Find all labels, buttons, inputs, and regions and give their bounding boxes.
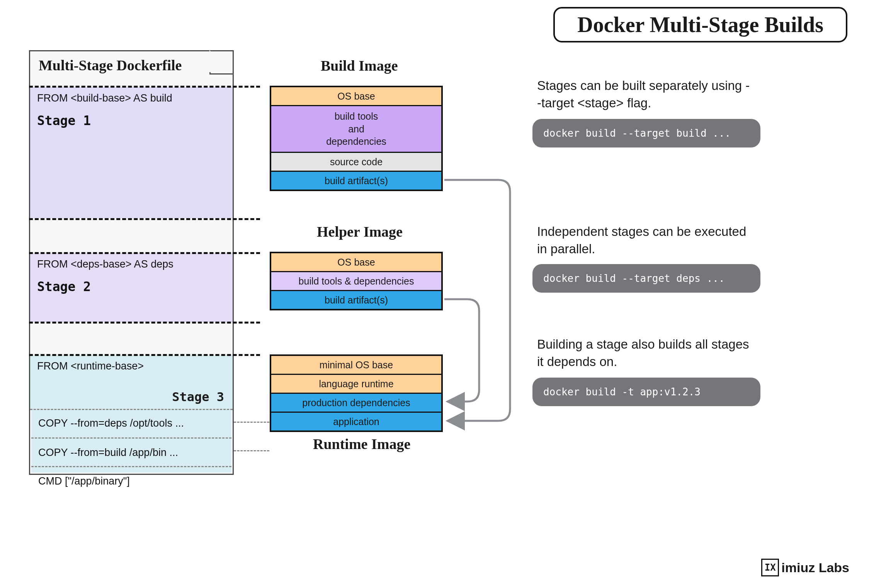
runtime-layer-deps: production dependencies bbox=[271, 393, 441, 412]
build-layer-src: source code bbox=[271, 152, 441, 171]
build-layer-os: OS base bbox=[271, 87, 441, 105]
dash-stage1-top bbox=[29, 86, 260, 88]
stage-3-label: Stage 3 bbox=[172, 390, 224, 404]
brand-logo: IX imiuz Labs bbox=[761, 559, 849, 576]
dash-stage2-top bbox=[29, 252, 260, 254]
runtime-image-stack: minimal OS base language runtime product… bbox=[270, 354, 443, 432]
stage-3-body: COPY --from=deps /opt/tools ... COPY --f… bbox=[31, 409, 231, 473]
connector-dash-copy1 bbox=[234, 422, 269, 423]
dash-stage3-sep1 bbox=[30, 409, 233, 410]
note-2-code: docker build --target deps ... bbox=[532, 264, 760, 293]
helper-image-stack: OS base build tools & dependencies build… bbox=[270, 252, 443, 310]
dash-stage1-bottom bbox=[29, 218, 260, 220]
dash-copy2 bbox=[31, 466, 231, 467]
stage-1-label: Stage 1 bbox=[37, 113, 223, 128]
note-3-code: docker build -t app:v1.2.3 bbox=[532, 378, 760, 406]
stage-1-from: FROM <build-base> AS build bbox=[37, 92, 172, 104]
runtime-layer-os: minimal OS base bbox=[271, 356, 441, 374]
stage-3-copy-deps: COPY --from=deps /opt/tools ... bbox=[38, 417, 184, 429]
helper-image-title: Helper Image bbox=[317, 223, 403, 240]
note-1-code: docker build --target build ... bbox=[532, 119, 760, 147]
build-image-stack: OS base build tools and dependencies sou… bbox=[270, 86, 443, 191]
brand-logo-text: imiuz Labs bbox=[781, 560, 849, 575]
stage-1-block: FROM <build-base> AS build bbox=[30, 87, 233, 218]
stage-3-from: FROM <runtime-base> bbox=[37, 360, 144, 372]
note-3-text: Building a stage also builds all stages … bbox=[537, 336, 753, 370]
stage-3-cmd: CMD ["/app/binary"] bbox=[38, 475, 130, 487]
helper-layer-tools: build tools & dependencies bbox=[271, 271, 441, 290]
diagram-title: Docker Multi-Stage Builds bbox=[553, 7, 847, 42]
connector-dash-copy2 bbox=[234, 450, 269, 451]
build-image-title: Build Image bbox=[321, 57, 398, 74]
runtime-layer-app: application bbox=[271, 412, 441, 430]
stage-3-copy-build: COPY --from=build /app/bin ... bbox=[38, 447, 178, 459]
note-1-text: Stages can be built separately using --t… bbox=[537, 77, 753, 112]
build-layer-tools: build tools and dependencies bbox=[271, 105, 441, 152]
dash-copy1 bbox=[31, 437, 231, 439]
dockerfile-heading: Multi-Stage Dockerfile bbox=[39, 57, 182, 74]
note-2-text: Independent stages can be executed in pa… bbox=[537, 223, 753, 258]
runtime-layer-lang: language runtime bbox=[271, 374, 441, 393]
stage-2-label: Stage 2 bbox=[37, 279, 223, 294]
dash-stage3-top bbox=[29, 354, 260, 356]
diagram-title-text: Docker Multi-Stage Builds bbox=[577, 13, 823, 37]
dockerfile: Multi-Stage Dockerfile FROM <build-base>… bbox=[29, 50, 234, 475]
page-fold-icon bbox=[209, 50, 234, 75]
stage-3-block: FROM <runtime-base> Stage 3 bbox=[30, 355, 233, 409]
runtime-image-title: Runtime Image bbox=[313, 435, 410, 452]
brand-logo-icon: IX bbox=[761, 559, 779, 576]
build-layer-art: build artifact(s) bbox=[271, 171, 441, 190]
helper-layer-os: OS base bbox=[271, 253, 441, 271]
dash-stage2-bottom bbox=[29, 322, 260, 324]
stage-2-from: FROM <deps-base> AS deps bbox=[37, 258, 173, 270]
helper-layer-art: build artifact(s) bbox=[271, 290, 441, 309]
